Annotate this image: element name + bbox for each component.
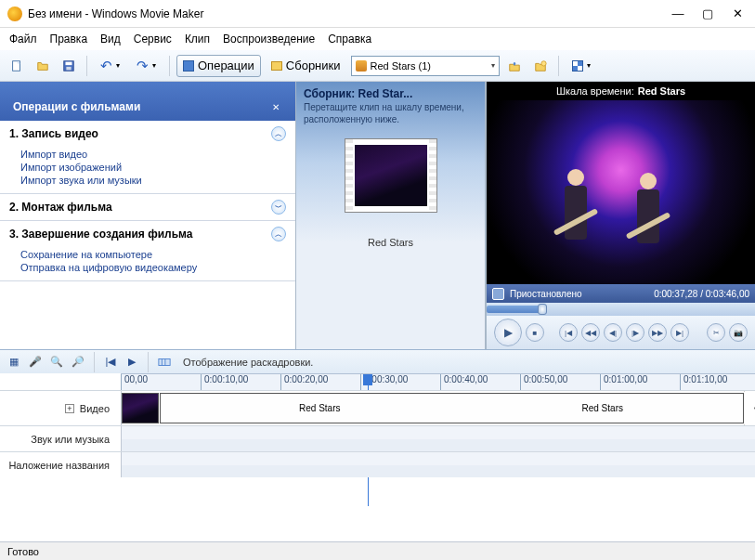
timeline-view-button[interactable]: ▦ xyxy=(6,354,22,371)
collection-clip[interactable]: Red Stars xyxy=(345,138,437,248)
menu-clip[interactable]: Клип xyxy=(185,33,210,46)
clip-label: Red Stars xyxy=(299,403,340,413)
audio-track-content[interactable] xyxy=(121,426,755,451)
up-level-button[interactable] xyxy=(503,55,526,77)
narrate-button[interactable]: 🎤 xyxy=(27,354,44,371)
seek-knob[interactable] xyxy=(538,304,547,315)
open-button[interactable] xyxy=(32,55,54,77)
redo-button[interactable]: ↷ ▾ xyxy=(130,55,163,77)
frame-back-button[interactable]: ◀| xyxy=(604,323,622,342)
title-track-label: Наложение названия xyxy=(0,452,121,477)
new-button[interactable] xyxy=(6,55,28,77)
playback-status: Приостановлено xyxy=(510,289,582,299)
grid-icon xyxy=(572,60,583,72)
stop-button[interactable]: ■ xyxy=(526,323,544,342)
preview-pane: Шкала времени: Red Stars Приостановлено … xyxy=(486,82,755,349)
forward-button[interactable]: ▶▶ xyxy=(648,323,667,342)
toolbar: ↶ ▾ ↷ ▾ Операции Сборники Red Stars (1) … xyxy=(0,50,755,82)
task-heading-edit[interactable]: 2. Монтаж фильма ﹀ xyxy=(0,194,295,220)
next-clip-button[interactable]: ▶| xyxy=(670,323,689,342)
preview-clip-name: Red Stars xyxy=(638,85,685,97)
minimize-button[interactable]: — xyxy=(671,7,684,20)
chevron-down-icon: ▾ xyxy=(491,61,495,70)
play-button[interactable]: ▶ xyxy=(494,319,522,346)
new-file-icon xyxy=(10,59,23,72)
storyboard-icon xyxy=(158,356,171,369)
operations-label: Операции xyxy=(198,59,254,72)
title-track: Наложение названия xyxy=(0,451,755,477)
maximize-button[interactable]: ▢ xyxy=(701,7,714,20)
svg-rect-5 xyxy=(159,358,170,365)
audio-levels-button[interactable]: 🔍 xyxy=(48,354,65,371)
timeline-rewind-button[interactable]: |◀ xyxy=(102,354,119,371)
clip-name: Red Stars xyxy=(345,237,437,248)
import-pictures-link[interactable]: Импорт изображений xyxy=(20,162,286,173)
status-text: Готово xyxy=(7,546,39,557)
title-track-content[interactable] xyxy=(121,452,755,477)
save-icon xyxy=(62,59,75,72)
rewind-button[interactable]: ◀◀ xyxy=(581,323,600,342)
menu-view[interactable]: Вид xyxy=(100,33,121,46)
video-track-content[interactable]: Red Stars Red Stars xyxy=(121,391,755,425)
seekbar[interactable] xyxy=(487,303,755,316)
prev-clip-button[interactable]: |◀ xyxy=(559,323,578,342)
save-button[interactable] xyxy=(58,55,80,77)
chevron-down-icon: ﹀ xyxy=(271,200,286,215)
tasks-close-button[interactable]: ✕ xyxy=(269,100,282,113)
close-button[interactable]: ✕ xyxy=(731,7,744,20)
time-total: 0:03:46,00 xyxy=(706,289,749,299)
preview-statusbar: Приостановлено 0:00:37,28 / 0:03:46,00 xyxy=(487,284,755,303)
new-folder-icon xyxy=(534,59,547,72)
monitor-icon xyxy=(492,288,504,300)
tasks-title: Операции с фильмами xyxy=(13,100,140,113)
undo-button[interactable]: ↶ ▾ xyxy=(94,55,126,77)
menu-help[interactable]: Справка xyxy=(328,33,371,46)
undo-icon: ↶ xyxy=(100,58,112,74)
collection-pane: Сборник: Red Star... Перетащите клип на … xyxy=(295,82,486,349)
view-mode-button[interactable]: ▾ xyxy=(566,55,597,77)
timeline-toolbar: ▦ 🎤 🔍 🔎 |◀ ▶ Отображение раскадровки. xyxy=(0,349,755,373)
timeline-clip[interactable]: Red Stars Red Stars xyxy=(160,393,744,423)
clip-end-marker xyxy=(744,391,755,425)
clip-thumbnail xyxy=(345,138,437,213)
snapshot-button[interactable]: 📷 xyxy=(729,323,748,342)
expand-icon[interactable]: + xyxy=(65,404,74,413)
ruler-tick: 0:00:10,00 xyxy=(201,374,248,390)
new-folder-button[interactable] xyxy=(529,55,552,77)
collection-desc: Перетащите клип на шкалу времени, распол… xyxy=(304,102,477,125)
operations-button[interactable]: Операции xyxy=(176,55,261,77)
split-button[interactable]: ✂ xyxy=(707,323,725,342)
menu-file[interactable]: Файл xyxy=(9,33,37,46)
send-dv-camera-link[interactable]: Отправка на цифровую видеокамеру xyxy=(20,262,286,273)
save-computer-link[interactable]: Сохранение на компьютере xyxy=(20,249,286,260)
task-section-edit: 2. Монтаж фильма ﹀ xyxy=(0,194,295,221)
collections-button[interactable]: Сборники xyxy=(265,55,347,77)
audio-track: Звук или музыка xyxy=(0,425,755,451)
chevron-up-icon: ︿ xyxy=(271,126,286,141)
menu-service[interactable]: Сервис xyxy=(134,33,172,46)
task-heading-capture[interactable]: 1. Запись видео ︿ xyxy=(0,121,295,147)
storyboard-toggle-button[interactable] xyxy=(156,354,173,371)
task-heading-finish[interactable]: 3. Завершение создания фильма ︿ xyxy=(0,221,295,247)
menu-edit[interactable]: Правка xyxy=(50,33,88,46)
audio-track-label: Звук или музыка xyxy=(0,426,121,451)
preview-video[interactable] xyxy=(487,100,755,284)
timeline-clip[interactable] xyxy=(122,393,159,423)
menu-playback[interactable]: Воспроизведение xyxy=(223,33,315,46)
task-heading-label: 2. Монтаж фильма xyxy=(9,201,112,214)
tasks-icon xyxy=(183,60,194,72)
chevron-up-icon: ︿ xyxy=(271,227,286,241)
zoom-in-button[interactable]: 🔎 xyxy=(70,354,86,371)
timeline-ruler[interactable]: 00,00 0:00:10,00 0:00:20,00 0:00:30,00 0… xyxy=(121,373,755,390)
ruler-tick: 0:00:50,00 xyxy=(520,374,567,390)
folder-up-icon xyxy=(508,59,521,72)
import-audio-link[interactable]: Импорт звука или музыки xyxy=(20,175,286,186)
collection-combo[interactable]: Red Stars (1) ▾ xyxy=(351,56,500,76)
import-video-link[interactable]: Импорт видео xyxy=(20,149,286,160)
preview-title: Шкала времени: Red Stars xyxy=(487,82,755,100)
svg-rect-2 xyxy=(66,61,72,65)
statusbar: Готово xyxy=(0,541,755,560)
frame-fwd-button[interactable]: |▶ xyxy=(626,323,644,342)
task-section-finish: 3. Завершение создания фильма ︿ Сохранен… xyxy=(0,221,295,281)
timeline-play-button[interactable]: ▶ xyxy=(124,354,140,371)
